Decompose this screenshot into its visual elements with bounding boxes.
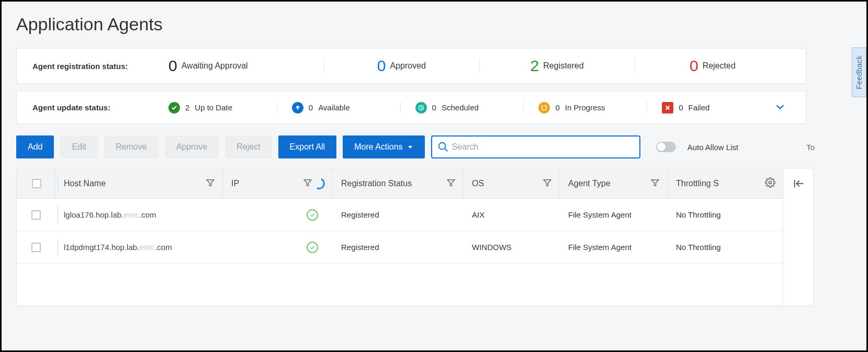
approved-label: Approved	[390, 61, 426, 71]
registered-count: 2	[531, 58, 539, 74]
search-icon	[437, 141, 449, 153]
select-all-cell	[17, 168, 55, 198]
row-checkbox[interactable]	[31, 210, 41, 220]
more-actions-button[interactable]: More Actions	[343, 135, 424, 158]
row-checkbox[interactable]	[31, 243, 41, 252]
awaiting-label: Awaiting Approval	[182, 61, 248, 71]
inprogress-label: In Progress	[565, 103, 605, 112]
approve-button[interactable]: Approve	[165, 135, 219, 158]
table-row[interactable]: lgloa176.hop.lab.emc.com Registered AIX …	[17, 199, 783, 231]
col-reg-label[interactable]: Registration Status	[341, 179, 412, 188]
collapse-left-icon	[793, 178, 804, 189]
col-host-label[interactable]: Host Name	[64, 179, 106, 188]
progress-circle-icon	[538, 102, 550, 113]
search-input-wrap[interactable]	[431, 135, 640, 158]
available-label: Available	[318, 103, 350, 112]
add-button[interactable]: Add	[16, 135, 54, 158]
chevron-down-icon[interactable]	[770, 101, 790, 114]
col-os-label[interactable]: OS	[472, 179, 484, 188]
status-rejected[interactable]: 0 Rejected	[635, 58, 790, 74]
table-row[interactable]: l1dpdmgt174.hop.lab.emc.com Registered W…	[17, 231, 783, 264]
svg-marker-11	[651, 179, 659, 185]
filter-icon[interactable]	[650, 178, 660, 189]
inprogress-count: 0	[555, 103, 559, 112]
feedback-tab[interactable]: Feedback	[852, 48, 866, 97]
svg-point-12	[769, 181, 772, 184]
update-inprogress[interactable]: 0 In Progress	[523, 102, 647, 113]
search-input[interactable]	[449, 142, 634, 152]
host-name: lgloa176.hop.lab.emc.com	[64, 210, 156, 219]
svg-point-5	[438, 143, 445, 150]
status-registered[interactable]: 2 Registered	[479, 58, 635, 74]
svg-marker-10	[544, 179, 551, 185]
caret-down-icon	[407, 144, 413, 150]
agent-type-value: File System Agent	[568, 243, 632, 252]
status-approved[interactable]: 0 Approved	[323, 58, 479, 74]
filter-icon[interactable]	[446, 178, 456, 189]
os-value: AIX	[472, 210, 484, 219]
agents-table: Host Name IP Registration Status	[16, 168, 814, 306]
svg-marker-4	[408, 146, 412, 149]
remove-button[interactable]: Remove	[104, 135, 159, 158]
failed-label: Failed	[689, 103, 710, 112]
available-count: 0	[309, 103, 313, 112]
filter-icon[interactable]	[543, 178, 552, 189]
status-awaiting-approval[interactable]: 0 Awaiting Approval	[168, 58, 323, 74]
update-uptodate[interactable]: 2 Up to Date	[168, 102, 277, 113]
check-circle-icon	[168, 102, 180, 113]
os-value: WINDOWS	[472, 243, 512, 252]
rejected-count: 0	[690, 58, 698, 74]
rejected-label: Rejected	[703, 61, 736, 71]
check-circle-outline-icon	[307, 209, 318, 221]
failed-count: 0	[679, 103, 683, 112]
filter-icon[interactable]	[206, 178, 215, 189]
collapse-panel-button[interactable]	[783, 168, 813, 305]
update-failed[interactable]: 0 Failed	[647, 102, 770, 113]
update-scheduled[interactable]: 0 Scheduled	[400, 102, 524, 113]
registration-status-value: Registered	[341, 243, 379, 252]
auto-allow-list-toggle[interactable]	[656, 142, 676, 152]
edit-button[interactable]: Edit	[60, 135, 98, 158]
export-all-button[interactable]: Export All	[278, 135, 337, 158]
arrow-up-circle-icon	[292, 102, 303, 113]
loading-spinner-icon	[312, 176, 326, 190]
table-header: Host Name IP Registration Status	[17, 168, 783, 199]
col-ip-label[interactable]: IP	[231, 179, 239, 188]
approved-count: 0	[377, 58, 386, 74]
table-body: lgloa176.hop.lab.emc.com Registered AIX …	[17, 199, 783, 305]
more-actions-label: More Actions	[354, 142, 402, 152]
reject-button[interactable]: Reject	[225, 135, 272, 158]
filter-icon[interactable]	[303, 178, 312, 189]
registered-label: Registered	[543, 61, 583, 71]
col-throttling-label[interactable]: Throttling S	[676, 179, 719, 188]
svg-line-6	[444, 149, 447, 152]
uptodate-count: 2	[185, 103, 189, 112]
gear-icon[interactable]	[765, 177, 775, 190]
svg-marker-9	[447, 179, 455, 185]
page-title: Application Agents	[16, 14, 852, 35]
scheduled-label: Scheduled	[442, 103, 479, 112]
registration-status-value: Registered	[341, 210, 379, 219]
update-available[interactable]: 0 Available	[277, 102, 400, 113]
agent-type-value: File System Agent	[568, 210, 632, 219]
x-square-icon	[662, 102, 673, 113]
clock-icon	[415, 102, 427, 113]
awaiting-count: 0	[168, 58, 177, 74]
update-status-label: Agent update status:	[32, 103, 168, 112]
scheduled-count: 0	[432, 103, 436, 112]
host-name: l1dpdmgt174.hop.lab.emc.com	[64, 243, 172, 252]
registration-status-card: Agent registration status: 0 Awaiting Ap…	[16, 48, 806, 84]
col-agent-label[interactable]: Agent Type	[568, 179, 611, 188]
registration-status-label: Agent registration status:	[32, 62, 168, 71]
uptodate-label: Up to Date	[195, 103, 232, 112]
update-status-card: Agent update status: 2 Up to Date 0 Avai…	[16, 91, 806, 124]
auto-allow-list-label: Auto Allow List	[687, 143, 739, 152]
select-all-checkbox[interactable]	[32, 179, 41, 188]
toolbar: Add Edit Remove Approve Reject Export Al…	[16, 135, 816, 158]
svg-marker-8	[304, 179, 311, 185]
throttling-value: No Throttling	[676, 243, 721, 252]
overflow-hint: To	[806, 143, 816, 152]
check-circle-outline-icon	[307, 242, 318, 253]
svg-marker-7	[207, 179, 214, 185]
throttling-value: No Throttling	[676, 210, 721, 219]
